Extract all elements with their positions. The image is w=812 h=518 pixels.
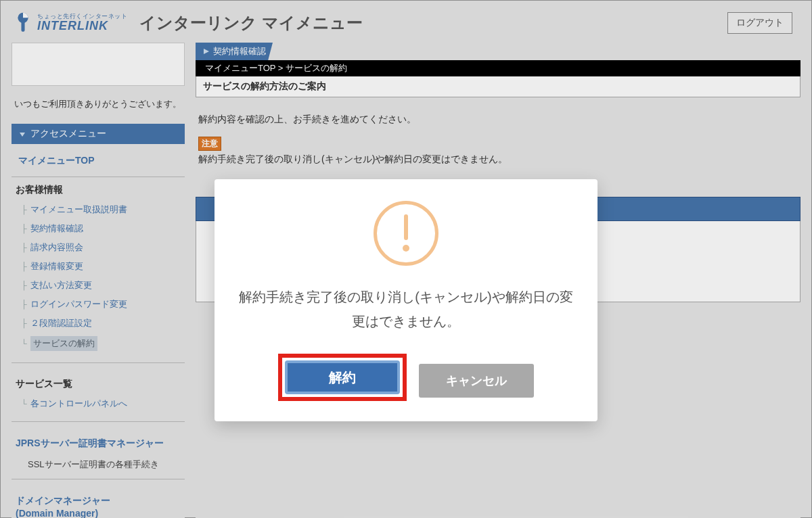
confirm-modal: 解約手続き完了後の取り消し(キャンセル)や解約日の変更はできません。 解約 キャ…	[215, 179, 597, 421]
svg-rect-2	[404, 214, 408, 240]
modal-overlay: 解約手続き完了後の取り消し(キャンセル)や解約日の変更はできません。 解約 キャ…	[0, 0, 812, 518]
cancel-button[interactable]: キャンセル	[419, 364, 534, 398]
warning-icon	[374, 201, 438, 266]
svg-point-3	[403, 245, 409, 252]
confirm-cancel-contract-button[interactable]: 解約	[285, 360, 400, 394]
confirm-highlight: 解約	[278, 354, 407, 401]
modal-message: 解約手続き完了後の取り消し(キャンセル)や解約日の変更はできません。	[235, 285, 577, 333]
